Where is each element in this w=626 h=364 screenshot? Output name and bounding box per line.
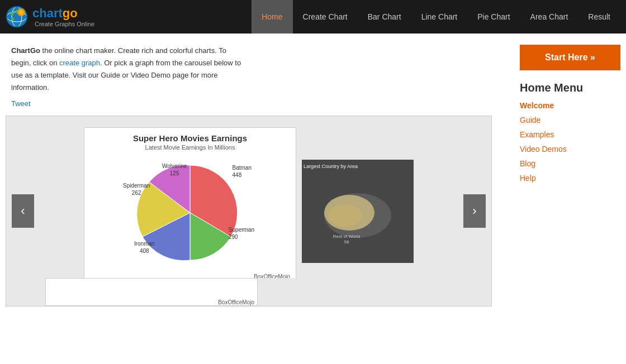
reflection-source: BoxOfficeMojo — [46, 299, 257, 305]
logo-text-area: chartgo Create Graphs Online — [32, 6, 94, 27]
chart-subtitle: Latest Movie Earnings In Millions — [145, 144, 235, 151]
sidebar-item-examples[interactable]: Examples — [520, 130, 620, 139]
nav-area-chart[interactable]: Area Chart — [520, 0, 578, 33]
logo-subtitle: Create Graphs Online — [35, 21, 94, 27]
create-graph-link[interactable]: create graph — [59, 59, 100, 67]
carousel-slides: Super Hero Movies Earnings Latest Movie … — [6, 116, 491, 306]
nav-line-chart[interactable]: Line Chart — [411, 0, 468, 33]
svg-text:Rest of World: Rest of World — [333, 234, 360, 239]
logo-brand-part2: go — [63, 6, 78, 21]
logo: chartgo Create Graphs Online — [6, 6, 94, 28]
slide-pie-chart[interactable]: Super Hero Movies Earnings Latest Movie … — [84, 127, 296, 295]
start-here-button[interactable]: Start Here » — [520, 45, 620, 70]
reflection-chart: BoxOfficeMojo — [45, 278, 258, 306]
main-container: ChartGo the online chart maker. Create r… — [0, 33, 626, 318]
content-left: ChartGo the online chart maker. Create r… — [6, 45, 509, 306]
intro-brand: ChartGo — [11, 46, 40, 55]
intro-paragraph: ChartGo the online chart maker. Create r… — [6, 45, 246, 94]
sidebar-item-help[interactable]: Help — [520, 174, 620, 183]
nav-bar-chart[interactable]: Bar Chart — [358, 0, 411, 33]
svg-text:58: 58 — [344, 240, 349, 245]
pie-chart: Batman448 Superman290 Ironman408 Spiderm… — [117, 154, 263, 271]
svg-point-6 — [19, 10, 23, 15]
carousel-reflection: BoxOfficeMojo — [40, 278, 458, 306]
carousel: ‹ Super Hero Movies Earnings Latest Movi… — [6, 116, 492, 306]
sidebar-item-video-demos[interactable]: Video Demos — [520, 145, 620, 154]
sidebar-item-welcome[interactable]: Welcome — [520, 101, 620, 110]
home-menu-title: Home Menu — [520, 82, 620, 94]
carousel-next-button[interactable]: › — [463, 194, 486, 228]
nav-create-chart[interactable]: Create Chart — [293, 0, 358, 33]
nav-pie-chart[interactable]: Pie Chart — [467, 0, 520, 33]
slide-map-chart[interactable]: Largest Country by Area Rest of World 58… — [302, 160, 414, 263]
main-nav: Home Create Chart Bar Chart Line Chart P… — [252, 0, 620, 33]
svg-text:Largest Country by Area: Largest Country by Area — [303, 164, 358, 169]
svg-point-10 — [329, 204, 362, 227]
nav-result[interactable]: Result — [578, 0, 620, 33]
pie-chart-svg — [117, 154, 263, 271]
chart-title: Super Hero Movies Earnings — [133, 133, 247, 143]
logo-globe-icon — [6, 6, 28, 28]
sidebar-item-blog[interactable]: Blog — [520, 159, 620, 168]
carousel-prev-button[interactable]: ‹ — [12, 194, 34, 228]
reflection-inner: BoxOfficeMojo — [40, 278, 458, 306]
header: chartgo Create Graphs Online Home Create… — [0, 0, 626, 33]
logo-brand-part1: chart — [32, 6, 63, 21]
map-chart-svg: Rest of World 58 Largest Country by Area — [302, 160, 414, 263]
tweet-link[interactable]: Tweet — [6, 99, 509, 108]
sidebar: Start Here » Home Menu Welcome Guide Exa… — [520, 45, 620, 306]
nav-home[interactable]: Home — [252, 0, 292, 33]
sidebar-item-guide[interactable]: Guide — [520, 116, 620, 124]
